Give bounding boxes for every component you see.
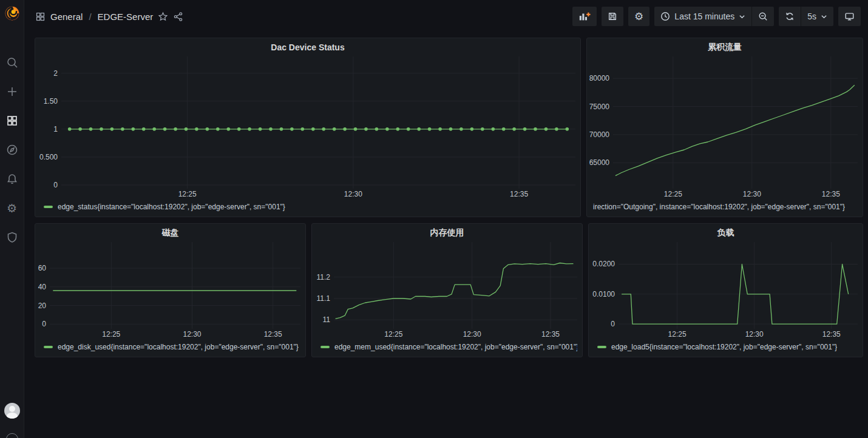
y-tick-label: 70000 <box>589 130 609 139</box>
y-axis: 00.50011.502 <box>35 56 61 189</box>
panel-cumulative-traffic: 累积流量6500070000750008000012:2512:3012:35i… <box>586 38 863 217</box>
y-tick-label: 60 <box>38 264 46 272</box>
x-tick-label: 12:30 <box>743 190 761 198</box>
add-panel-icon <box>578 11 591 22</box>
time-range-label: Last 15 minutes <box>674 12 734 21</box>
x-tick-label: 12:30 <box>463 330 481 339</box>
panel-disk: 磁盘020406012:2512:3012:35edge_disk_used{i… <box>35 223 306 357</box>
share-dashboard-button[interactable] <box>173 12 183 22</box>
breadcrumb-page-title[interactable]: EDGE-Server <box>98 12 154 22</box>
x-tick-label: 12:35 <box>510 190 528 198</box>
legend-swatch-icon <box>597 346 606 348</box>
y-tick-label: 40 <box>38 283 46 291</box>
refresh-interval-label: 5s <box>807 12 816 21</box>
y-tick-label: 20 <box>38 302 46 310</box>
y-axis: 1111.111.2 <box>312 242 334 329</box>
sidebar-item-explore[interactable] <box>5 143 19 157</box>
chart-plot-area[interactable] <box>61 56 575 189</box>
dashboard-settings-button[interactable]: ⚙ <box>628 7 649 26</box>
legend-label[interactable]: edge_load5{instance="localhost:19202", j… <box>611 343 837 351</box>
cycle-view-mode-button[interactable] <box>838 7 861 26</box>
x-tick-label: 12:30 <box>183 330 201 339</box>
legend-label[interactable]: edge_status{instance="localhost:19202", … <box>58 203 285 211</box>
chart: 65000700007500080000 <box>587 56 863 189</box>
x-axis: 12:2512:3012:35 <box>35 329 305 341</box>
y-tick-label: 0 <box>53 181 58 189</box>
y-tick-label: 1.50 <box>44 97 58 106</box>
x-axis: 12:2512:3012:35 <box>589 329 863 341</box>
zoom-out-icon <box>758 12 768 21</box>
save-dashboard-button[interactable] <box>602 7 623 26</box>
time-range-picker[interactable]: Last 15 minutes <box>654 7 751 26</box>
refresh-icon <box>785 12 795 21</box>
dashboard-grid: Dac Device Status00.50011.50212:2512:301… <box>24 33 868 357</box>
x-tick-label: 12:25 <box>102 330 120 339</box>
y-tick-label: 0 <box>42 320 46 328</box>
bell-icon <box>6 173 18 185</box>
panel-load: 负载00.01000.020012:2512:3012:35edge_load5… <box>588 223 863 357</box>
legend: edge_mem_used{instance="localhost:19202"… <box>312 341 582 357</box>
panel-title[interactable]: 负载 <box>589 224 863 242</box>
x-tick-label: 12:35 <box>264 330 282 339</box>
sidebar-item-configuration[interactable]: ⚙ <box>5 201 19 215</box>
chart-plot-area[interactable] <box>334 242 577 329</box>
panel-title[interactable]: 磁盘 <box>35 224 305 242</box>
breadcrumb-section[interactable]: General <box>50 12 83 22</box>
add-panel-button[interactable] <box>572 7 597 26</box>
chart: 00.50011.502 <box>35 56 580 189</box>
x-axis: 12:2512:3012:35 <box>35 189 580 201</box>
legend-label[interactable]: irection="Outgoing", instance="localhost… <box>593 203 845 211</box>
legend: edge_disk_used{instance="localhost:19202… <box>35 341 305 357</box>
y-tick-label: 0.0200 <box>592 260 615 268</box>
y-tick-label: 80000 <box>589 74 609 83</box>
refresh-interval-picker[interactable]: 5s <box>801 7 833 26</box>
shield-icon <box>6 231 18 243</box>
refresh-button[interactable] <box>779 7 801 26</box>
y-axis: 65000700007500080000 <box>587 56 613 189</box>
user-avatar[interactable] <box>4 403 20 419</box>
y-tick-label: 0.500 <box>39 153 58 161</box>
dashboard-apps-icon <box>35 12 46 22</box>
panel-memory-usage: 内存使用1111.111.212:2512:3012:35edge_mem_us… <box>311 223 583 357</box>
x-tick-label: 12:30 <box>745 330 764 339</box>
topbar: General / EDGE-Server ⚙ Last 15 minutes <box>24 0 868 33</box>
sidebar-item-alerting[interactable] <box>5 172 19 186</box>
dashboard-row-2: 磁盘020406012:2512:3012:35edge_disk_used{i… <box>35 223 863 357</box>
x-tick-label: 12:25 <box>178 190 197 198</box>
y-tick-label: 0.0100 <box>592 290 615 298</box>
chart-plot-area[interactable] <box>613 56 858 189</box>
y-tick-label: 2 <box>53 69 58 78</box>
y-axis: 00.01000.0200 <box>589 242 619 329</box>
panel-title[interactable]: Dac Device Status <box>35 38 580 56</box>
chart-plot-area[interactable] <box>50 242 300 329</box>
sidebar-item-server-admin[interactable] <box>5 231 19 244</box>
legend: irection="Outgoing", instance="localhost… <box>587 201 863 217</box>
chart-plot-area[interactable] <box>619 242 858 329</box>
chart: 0204060 <box>35 242 305 329</box>
panel-title[interactable]: 内存使用 <box>312 224 582 242</box>
clock-icon <box>660 12 670 21</box>
panel-dac-device-status: Dac Device Status00.50011.50212:2512:301… <box>35 38 581 217</box>
star-icon <box>158 12 168 22</box>
zoom-out-time-button[interactable] <box>751 7 774 26</box>
y-tick-label: 11 <box>323 315 330 324</box>
sidebar-item-dashboards[interactable] <box>5 114 19 127</box>
y-axis: 0204060 <box>35 242 50 329</box>
dashboards-grid-icon <box>6 115 18 127</box>
sidebar-item-create[interactable] <box>5 85 19 98</box>
grafana-logo[interactable] <box>4 5 21 22</box>
help-icon[interactable] <box>6 433 18 438</box>
sidebar: ⚙ <box>0 0 24 438</box>
x-tick-label: 12:25 <box>384 330 402 339</box>
y-tick-label: 0 <box>611 320 615 328</box>
chart: 1111.111.2 <box>312 242 582 329</box>
sidebar-item-search[interactable] <box>5 56 19 69</box>
star-dashboard-button[interactable] <box>158 12 168 22</box>
legend-label[interactable]: edge_mem_used{instance="localhost:19202"… <box>334 343 577 351</box>
y-tick-label: 75000 <box>589 103 609 111</box>
breadcrumb-separator: / <box>89 12 91 22</box>
x-tick-label: 12:35 <box>822 330 841 339</box>
gear-icon: ⚙ <box>7 203 17 214</box>
panel-title[interactable]: 累积流量 <box>587 38 863 56</box>
legend-label[interactable]: edge_disk_used{instance="localhost:19202… <box>58 343 299 351</box>
